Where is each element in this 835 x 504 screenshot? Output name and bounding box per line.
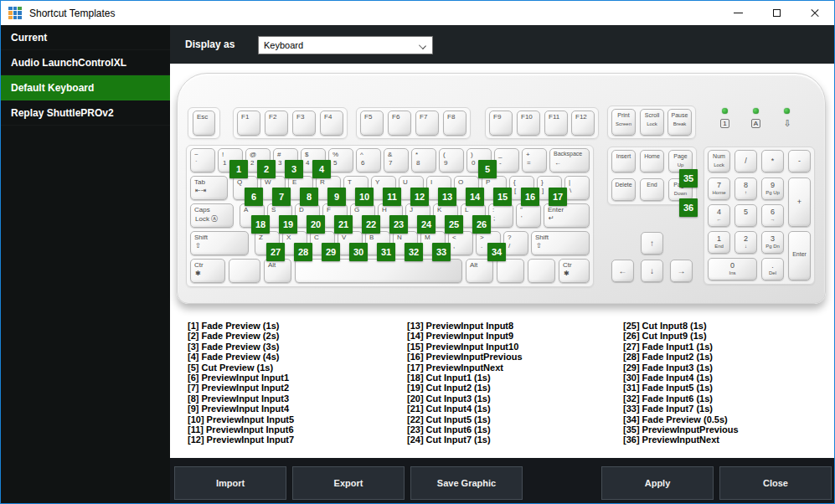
key-backspace: Backspace← bbox=[549, 148, 590, 172]
save-graphic-button[interactable]: Save Graphic bbox=[410, 466, 523, 500]
key-f3: F3 bbox=[292, 111, 316, 136]
mapping-line: [16] PreviewInputPrevious bbox=[407, 352, 523, 362]
shortcut-badge-19: 19 bbox=[279, 215, 297, 234]
shortcut-badge-29: 29 bbox=[322, 243, 340, 261]
mapping-line: [21] Cut Input4 (1s) bbox=[407, 404, 523, 414]
right-pane: Display as Keyboard EscF1F2F3F4F5F6F7F8F… bbox=[170, 25, 834, 503]
mapping-line: [32] Fade Input6 (1s) bbox=[623, 393, 739, 404]
key-num: NumLock bbox=[708, 150, 730, 172]
mapping-line: [14] PreviewInput Input9 bbox=[407, 331, 523, 341]
key-f10: F10 bbox=[517, 111, 540, 136]
mapping-line: [18] Cut Input1 (1s) bbox=[407, 373, 523, 383]
shortcut-badge-34: 34 bbox=[487, 243, 506, 261]
mapping-line: [10] PreviewInput Input5 bbox=[188, 414, 294, 424]
window-body: CurrentAudio LaunchControlXLDefault Keyb… bbox=[1, 25, 834, 503]
mapping-line: [20] Cut Input3 (1s) bbox=[407, 393, 523, 404]
key-blank: _- bbox=[494, 148, 519, 172]
key-6: 6→ bbox=[761, 204, 784, 227]
numlock-led-icon: 1 bbox=[720, 119, 729, 128]
shortcut-badge-22: 22 bbox=[362, 215, 380, 234]
close-button[interactable]: Close bbox=[719, 466, 832, 500]
mapping-line: [17] PreviewInputNext bbox=[407, 363, 523, 373]
key-shift: Shift⇧ bbox=[531, 231, 590, 255]
sidebar-item-replay-shuttleprov2[interactable]: Replay ShuttlePROv2 bbox=[1, 100, 170, 126]
shortcut-badge-36: 36 bbox=[679, 198, 698, 217]
key-3: 3Pg Dn bbox=[761, 231, 784, 254]
key-f1: F1 bbox=[237, 111, 260, 136]
mapping-line: [31] Fade Input5 (1s) bbox=[623, 383, 739, 393]
mapping-line: [19] Cut Input2 (1s) bbox=[407, 383, 523, 393]
shortcut-badge-17: 17 bbox=[549, 188, 567, 206]
close-button[interactable] bbox=[796, 1, 834, 25]
mapping-line: [28] Fade Input2 (1s) bbox=[623, 352, 739, 362]
shortcut-badge-32: 32 bbox=[405, 243, 423, 261]
key-blank: - bbox=[788, 150, 811, 172]
shortcut-badge-31: 31 bbox=[377, 243, 395, 261]
import-button[interactable]: Import bbox=[174, 466, 286, 500]
key-print: PrintScreen bbox=[611, 109, 636, 136]
key-f12: F12 bbox=[571, 111, 595, 136]
shortcut-badge-13: 13 bbox=[438, 188, 456, 206]
key-blank: ^6 bbox=[356, 148, 381, 172]
key-blank: |\ bbox=[564, 176, 590, 200]
mapping-column: [1] Fade Preview (1s)[2] Fade Preview (2… bbox=[188, 321, 294, 445]
key-esc: Esc bbox=[193, 111, 215, 136]
mapping-column: [25] Cut Input8 (1s)[26] Cut Input9 (1s)… bbox=[623, 321, 739, 445]
key-blank bbox=[295, 259, 462, 283]
sidebar-item-audio-launchcontrolxl[interactable]: Audio LaunchControlXL bbox=[1, 50, 170, 75]
key-blank: (9 bbox=[439, 148, 464, 172]
key-blank: *8 bbox=[411, 148, 436, 172]
key-blank: * bbox=[761, 150, 784, 172]
apply-button[interactable]: Apply bbox=[601, 466, 714, 500]
window-controls bbox=[719, 1, 834, 25]
shortcut-badge-6: 6 bbox=[245, 188, 263, 206]
mapping-line: [6] PreviewInput Input1 bbox=[188, 373, 294, 383]
sidebar-item-default-keyboard[interactable]: Default Keyboard bbox=[1, 75, 170, 100]
key-blank: / bbox=[734, 150, 757, 172]
key-2: 2↓ bbox=[734, 231, 757, 254]
chevron-down-icon bbox=[419, 42, 426, 49]
mapping-line: [24] Cut Input7 (1s) bbox=[407, 435, 523, 445]
shortcut-badge-2: 2 bbox=[257, 160, 276, 178]
key-blank: + bbox=[788, 177, 811, 227]
mapping-line: [2] Fade Preview (2s) bbox=[188, 331, 294, 341]
key-f11: F11 bbox=[544, 111, 568, 136]
key-9: 9Pg Up bbox=[761, 177, 784, 200]
shortcut-badge-24: 24 bbox=[417, 215, 436, 234]
key-blank bbox=[497, 259, 524, 283]
mapping-line: [23] Cut Input6 (1s) bbox=[407, 424, 523, 435]
key-blank bbox=[229, 259, 260, 283]
mapping-line: [12] PreviewInput Input7 bbox=[188, 435, 294, 445]
shortcut-badge-30: 30 bbox=[349, 243, 368, 261]
shortcut-badge-7: 7 bbox=[272, 188, 291, 206]
key-caps: CapsLock Ⓐ bbox=[190, 203, 234, 228]
display-as-bar: Display as Keyboard bbox=[170, 25, 834, 64]
key-blank: <, bbox=[448, 231, 473, 255]
maximize-button[interactable] bbox=[757, 1, 796, 25]
export-button[interactable]: Export bbox=[292, 466, 405, 500]
key-f8: F8 bbox=[443, 111, 466, 136]
led-indicator bbox=[722, 108, 728, 114]
mapping-line: [4] Fade Preview (4s) bbox=[188, 352, 294, 362]
minimize-button[interactable] bbox=[719, 1, 757, 25]
shortcut-badge-11: 11 bbox=[383, 188, 401, 206]
footer-bar: ImportExportSave GraphicApplyClose bbox=[170, 458, 834, 503]
shortcut-badge-12: 12 bbox=[410, 188, 429, 206]
key-blank: ↓ bbox=[641, 260, 663, 282]
shortcut-badge-4: 4 bbox=[312, 160, 331, 178]
shortcut-badge-20: 20 bbox=[307, 215, 325, 234]
key-0: 0Ins bbox=[708, 258, 757, 280]
mapping-line: [27] Fade Input1 (1s) bbox=[623, 342, 739, 352]
key-blank: %5 bbox=[328, 148, 353, 172]
shortcut-badge-21: 21 bbox=[334, 215, 353, 234]
display-as-dropdown[interactable]: Keyboard bbox=[258, 36, 433, 54]
key-end: End bbox=[640, 178, 664, 201]
key-4: 4← bbox=[708, 204, 730, 227]
mapping-line: [1] Fade Preview (1s) bbox=[188, 321, 294, 331]
key-blank: ↑ bbox=[641, 232, 663, 255]
sidebar-item-current[interactable]: Current bbox=[1, 25, 170, 50]
key-blank: :; bbox=[488, 203, 513, 228]
key-ctr: Ctr✱ bbox=[190, 259, 225, 283]
mapping-line: [29] Fade Input3 (1s) bbox=[623, 363, 739, 373]
key-delete: Delete bbox=[611, 178, 636, 201]
